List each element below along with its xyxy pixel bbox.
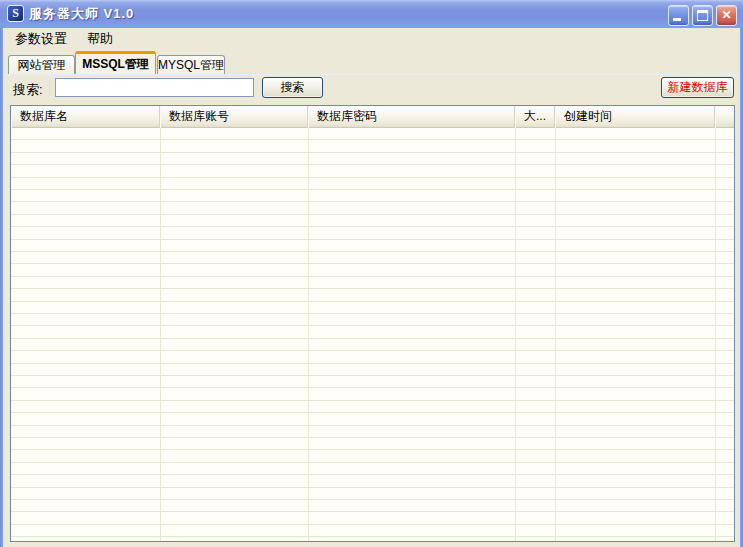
- app-icon: S: [7, 5, 24, 22]
- column-divider: [515, 128, 516, 541]
- window-border-left: [0, 26, 3, 547]
- table-body-empty[interactable]: [11, 128, 734, 541]
- search-input[interactable]: [55, 78, 254, 97]
- column-header-database-name[interactable]: 数据库名: [11, 106, 160, 128]
- close-icon: ✕: [717, 6, 736, 25]
- new-database-button[interactable]: 新建数据库: [661, 77, 734, 98]
- column-header-extra[interactable]: [715, 106, 734, 128]
- column-header-create-time[interactable]: 创建时间: [555, 106, 715, 128]
- column-header-database-account[interactable]: 数据库账号: [160, 106, 308, 128]
- titlebar[interactable]: S 服务器大师 V1.0 ✕: [0, 0, 743, 28]
- menu-item-settings[interactable]: 参数设置: [14, 28, 68, 50]
- tab-mssql-management[interactable]: MSSQL管理: [75, 51, 156, 74]
- maximize-icon: [697, 10, 708, 21]
- tab-mysql-management[interactable]: MYSQL管理: [157, 55, 225, 74]
- tab-website-management[interactable]: 网站管理: [8, 55, 75, 74]
- search-button[interactable]: 搜索: [262, 77, 323, 98]
- maximize-button[interactable]: [692, 5, 713, 26]
- column-divider: [555, 128, 556, 541]
- column-divider: [160, 128, 161, 541]
- table-header: 数据库名 数据库账号 数据库密码 大... 创建时间: [11, 106, 734, 128]
- column-header-size[interactable]: 大...: [515, 106, 555, 128]
- close-button[interactable]: ✕: [716, 5, 737, 26]
- column-divider: [308, 128, 309, 541]
- minimize-button[interactable]: [668, 5, 689, 26]
- window-title: 服务器大师 V1.0: [29, 0, 134, 28]
- column-header-database-password[interactable]: 数据库密码: [308, 106, 515, 128]
- minimize-icon: [673, 18, 681, 21]
- menubar: 参数设置 帮助: [3, 28, 740, 50]
- database-table: 数据库名 数据库账号 数据库密码 大... 创建时间: [10, 105, 735, 542]
- menu-item-help[interactable]: 帮助: [86, 28, 114, 50]
- column-divider: [715, 128, 716, 541]
- search-label: 搜索:: [13, 81, 43, 99]
